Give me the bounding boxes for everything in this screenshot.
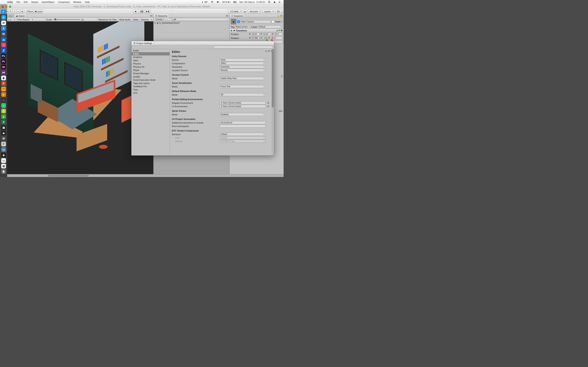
- wifi-icon[interactable]: [209, 1, 215, 3]
- inspector-options[interactable]: 🔒 ▾☰: [277, 15, 284, 17]
- layout-dropdown[interactable]: 3D: [275, 9, 283, 13]
- account-dropdown[interactable]: Account: [248, 9, 261, 13]
- transform-component[interactable]: ▼⬌Transform▭?⚙: [229, 29, 284, 32]
- ps-max[interactable]: [271, 39, 273, 41]
- ps-cat-script-execution-order[interactable]: Script Execution Order: [131, 78, 170, 82]
- dock-app-10[interactable]: Id: [1, 65, 6, 69]
- ps-field[interactable]: None: [220, 58, 266, 61]
- ps-field[interactable]: JPEG: [220, 62, 266, 65]
- dock-app-12[interactable]: ◉: [1, 76, 6, 80]
- ps-cat-editor[interactable]: Editor: [131, 52, 170, 55]
- dock-app-14[interactable]: 🦊: [1, 87, 6, 91]
- tab-game[interactable]: ◒ Game: [14, 14, 26, 17]
- create-dropdown[interactable]: Create: [154, 18, 166, 21]
- dock-app-25[interactable]: ▭: [1, 147, 6, 152]
- dock-app-11[interactable]: ⋈: [1, 70, 6, 75]
- menu-window[interactable]: Window: [71, 0, 83, 4]
- dock-app-28[interactable]: ▤: [1, 164, 6, 168]
- pos-y[interactable]: 19.42: [262, 33, 271, 36]
- stats-toggle[interactable]: Stats: [132, 18, 140, 21]
- ps-min[interactable]: [268, 39, 270, 41]
- tab-scene[interactable]: ene: [7, 14, 14, 17]
- dock-app-0[interactable]: F: [1, 9, 6, 14]
- tag-dropdown[interactable]: MainCamera: [235, 25, 251, 28]
- static-checkbox[interactable]: [272, 20, 274, 23]
- menu-gameobject[interactable]: GameObject: [40, 0, 56, 4]
- ps-field[interactable]: Visible Meta Files: [220, 77, 266, 80]
- ps-field[interactable]: txt;xml;fnt;cd: [220, 121, 266, 124]
- ps-field[interactable]: Remote: [220, 69, 266, 72]
- ps-cat-preset-manager[interactable]: Preset Manager: [131, 72, 170, 75]
- dock-app-17[interactable]: ♪: [1, 103, 6, 108]
- play-button[interactable]: ▶: [133, 9, 139, 13]
- notification-center-icon[interactable]: ☰: [277, 0, 282, 4]
- dock-app-21[interactable]: ▤: [1, 125, 6, 130]
- step-button[interactable]: ▶❚: [145, 9, 151, 13]
- scl-z[interactable]: [274, 40, 282, 43]
- pos-x[interactable]: 10.53: [251, 33, 259, 36]
- rot-x[interactable]: 47.992: [251, 36, 259, 40]
- rot-z[interactable]: 0: [274, 36, 282, 40]
- dock-app-26[interactable]: ◈: [1, 153, 6, 157]
- dock-app-9[interactable]: Pr: [1, 59, 6, 64]
- pivot-toggle[interactable]: ▪ Pivot: [26, 9, 34, 13]
- dock-app-18[interactable]: ◷: [1, 109, 6, 113]
- collab-dropdown[interactable]: ◎ Collab: [228, 9, 242, 13]
- ps-scrollbar[interactable]: [272, 49, 274, 155]
- volume-icon[interactable]: [215, 1, 221, 3]
- ps-cat-time[interactable]: Time: [131, 88, 170, 91]
- dock-app-27[interactable]: ▭: [1, 158, 6, 163]
- status-flag[interactable]: 🇫🇷: [232, 0, 238, 4]
- layers-dropdown[interactable]: Layers: [262, 9, 274, 13]
- dock-app-13[interactable]: P: [1, 81, 6, 86]
- rotate-tool[interactable]: ↻: [9, 9, 13, 13]
- dock-app-29[interactable]: 🗑: [1, 169, 6, 174]
- scale-tool[interactable]: ⤢: [12, 9, 17, 13]
- ps-field[interactable]: Disabled: [220, 113, 266, 116]
- ps-cat-physics-2d[interactable]: Physics 2D: [131, 65, 170, 68]
- reset-icon[interactable]: ▭: [277, 29, 278, 32]
- gameobject-name[interactable]: Main Camera: [241, 20, 271, 23]
- tab-options[interactable]: ▾☰: [149, 15, 153, 17]
- ps-cat-vfx[interactable]: VFX: [131, 91, 170, 95]
- object-picker-icon[interactable]: ⊙: [267, 105, 269, 108]
- tab-inspector[interactable]: ⓘ Inspector: [229, 14, 245, 17]
- hierarchy-root[interactable]: ▶◈4_SceneInputTouch*: [154, 21, 229, 25]
- dock-app-8[interactable]: Ps: [1, 54, 6, 58]
- status-temp[interactable]: 🌡48°: [200, 0, 209, 4]
- menu-component[interactable]: Component: [56, 0, 71, 4]
- dock-app-2[interactable]: ✉: [1, 21, 6, 25]
- dock-app-20[interactable]: X: [1, 120, 6, 124]
- rect-tool[interactable]: ▭: [16, 9, 20, 13]
- ps-field[interactable]: 3D: [220, 93, 266, 96]
- status-battery[interactable]: 34 %: [221, 0, 232, 4]
- ps-field[interactable]: Downsize: [220, 65, 266, 68]
- siri-icon[interactable]: ◉: [272, 0, 277, 4]
- hierarchy-search[interactable]: 🔍 All: [167, 18, 228, 21]
- unified-tool[interactable]: ◈: [20, 9, 24, 13]
- ps-field[interactable]: None (Scene Asset): [220, 101, 266, 104]
- app-menu[interactable]: Unity: [5, 0, 15, 4]
- ps-cat-quality[interactable]: Quality: [131, 75, 170, 78]
- ps-cat-audio[interactable]: Audio: [131, 49, 170, 52]
- local-toggle[interactable]: ◉ Local: [34, 9, 43, 13]
- ps-cat-input[interactable]: Input: [131, 59, 170, 62]
- status-datetime[interactable]: Ven. 29 mars à 11:55:12: [238, 0, 267, 4]
- project-hscroll[interactable]: [7, 174, 284, 177]
- cloud-button[interactable]: ☁: [243, 9, 247, 13]
- menu-assets[interactable]: Assets: [29, 0, 40, 4]
- ps-cat-graphics[interactable]: Graphics: [131, 55, 170, 59]
- menu-file[interactable]: File: [15, 0, 22, 4]
- dock-app-22[interactable]: ◈: [1, 131, 6, 135]
- ps-reset-icon[interactable]: ⟲: [268, 50, 270, 52]
- ps-field[interactable]: Default: [220, 133, 266, 136]
- dock-app-6[interactable]: ♫: [1, 43, 6, 47]
- dock-app-24[interactable]: F: [1, 142, 6, 146]
- ps-cat-tags-and-layers[interactable]: Tags and Layers: [131, 82, 170, 85]
- ps-cat-physics[interactable]: Physics: [131, 62, 170, 65]
- ps-field[interactable]: etcpak: [220, 136, 266, 139]
- ps-tab[interactable]: ⚙Project Settings: [131, 41, 154, 45]
- dock-app-7[interactable]: ⇵: [1, 48, 6, 53]
- tab-hierarchy[interactable]: ☰ Hierarchy: [154, 14, 169, 17]
- gizmos-dropdown[interactable]: Gizmos: [140, 18, 153, 21]
